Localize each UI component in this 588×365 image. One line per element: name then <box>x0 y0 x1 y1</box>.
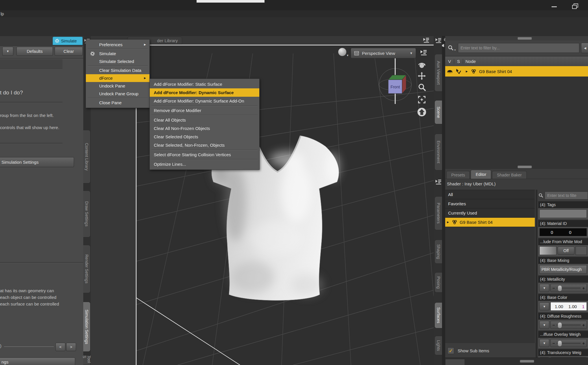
tab-posing[interactable]: Posing <box>434 272 442 293</box>
tab-shaping[interactable]: Shaping <box>434 240 442 264</box>
menu-item-preferences[interactable]: Preferences ► <box>86 41 149 49</box>
selectable-cursor-icon[interactable] <box>456 68 461 74</box>
minus-icon[interactable]: − <box>552 341 555 346</box>
tab-parameters[interactable]: Parameters <box>434 196 442 230</box>
white-mode-swatch[interactable] <box>539 246 556 255</box>
slider-knob[interactable] <box>558 322 562 328</box>
zoom-camera-icon[interactable] <box>417 83 427 92</box>
tab-editor[interactable]: Editor <box>471 170 491 179</box>
tab-presets[interactable]: Presets <box>446 171 470 179</box>
scroll-handle[interactable] <box>517 37 532 40</box>
menu-item-help-fragment[interactable]: lp <box>1 11 4 16</box>
overlay-weight-slider[interactable]: − + <box>550 339 587 347</box>
params-filter-input[interactable] <box>545 191 588 200</box>
menu-item-simulate[interactable]: Simulate <box>86 50 149 57</box>
scene-node-row-selected[interactable]: ► G9 Base Shirt 04 <box>445 66 588 77</box>
viewport-options-menu-icon[interactable] <box>420 49 427 56</box>
diffuse-roughness-slider[interactable]: − + <box>550 321 587 329</box>
diffuse-roughness-dropdown-button[interactable]: ▼ <box>539 321 549 329</box>
restore-button[interactable] <box>570 2 580 9</box>
submenu-item-clear-selected-objects[interactable]: Clear Selected Objects <box>150 133 259 141</box>
next-frame-button[interactable]: > <box>66 343 76 351</box>
view-selector[interactable]: Perspective View ▼ <box>351 48 416 58</box>
draw-style-sphere[interactable] <box>338 48 346 56</box>
filter-dropdown-icon[interactable]: ▼ <box>454 49 456 51</box>
submenu-item-add-static-surface[interactable]: Add dForce Modifier: Static Surface <box>150 80 259 88</box>
bottom-left-button[interactable] <box>445 359 465 365</box>
tab-aux-viewport[interactable]: Aux Viewport <box>434 54 442 92</box>
slider-knob[interactable] <box>558 340 562 347</box>
column-visible[interactable]: V <box>445 59 454 64</box>
tab-simulation-settings[interactable]: Simulation Settings <box>83 302 90 352</box>
pan-camera-icon[interactable] <box>417 72 426 80</box>
submenu-item-optimize-lines[interactable]: Optimize Lines... <box>150 160 259 168</box>
base-color-field[interactable]: 1.00 1.00 1 <box>550 302 587 311</box>
menu-item-simulate-selected[interactable]: Simulate Selected <box>86 57 149 65</box>
minimize-button[interactable] <box>549 3 559 9</box>
tab-shader-baker[interactable]: Shader Baker <box>492 171 527 179</box>
submenu-item-clear-all-non-frozen[interactable]: Clear All Non-Frozen Objects <box>150 124 259 133</box>
base-color-dropdown-button[interactable]: ▼ <box>539 302 549 310</box>
timeline-track[interactable] <box>4 347 54 347</box>
scroll-handle-bottom[interactable] <box>517 165 532 168</box>
tab-environment[interactable]: Environment <box>434 134 442 170</box>
white-mode-off-button[interactable]: Off <box>558 247 575 255</box>
submenu-item-clear-selected-non-frozen[interactable]: Clear Selected, Non-Frozen, Objects <box>150 141 259 149</box>
submenu-item-add-dynamic-surface[interactable]: Add dForce Modifier: Dynamic Surface <box>150 88 259 97</box>
submenu-item-add-dynamic-surface-addon[interactable]: Add dForce Modifier: Dynamic Surface Add… <box>150 97 259 105</box>
draw-style-dropdown-icon[interactable]: ▼ <box>346 54 349 57</box>
tab-draw-settings[interactable]: Draw Settings <box>83 191 90 237</box>
submenu-item-select-starting-collision-vertices[interactable]: Select dForce Starting Collision Vertice… <box>150 150 259 159</box>
filter-back-button[interactable]: ◄ <box>581 43 588 53</box>
list-item-currently-used[interactable]: Currently Used <box>445 208 535 218</box>
presets-dropdown-button[interactable]: ▼ <box>2 47 13 56</box>
tab-render-settings[interactable]: Render Settings <box>83 245 90 293</box>
tab-scene[interactable]: Scene <box>434 100 442 124</box>
tab-lights[interactable]: Lights <box>434 336 442 355</box>
plus-icon[interactable]: + <box>582 286 585 290</box>
defaults-button[interactable]: Defaults <box>16 47 53 56</box>
material-id-field[interactable]: 0 0 <box>539 228 587 236</box>
column-selectable[interactable]: S <box>454 59 463 64</box>
list-item-selected-node[interactable]: ► G9 Base Shirt 04 <box>445 218 535 227</box>
filter-search-icon[interactable] <box>538 193 543 198</box>
tab-tool-settings[interactable]: Tool S <box>83 355 90 365</box>
plus-icon[interactable]: + <box>582 323 585 327</box>
clear-button[interactable]: Clear <box>55 47 83 56</box>
simulation-settings-button[interactable]: Simulation Settings <box>0 157 74 167</box>
plus-icon[interactable]: + <box>582 341 585 346</box>
menu-item-clear-simulation-data[interactable]: Clear Simulation Data <box>86 66 149 74</box>
white-mode-extra[interactable] <box>576 246 587 255</box>
slider-knob[interactable] <box>558 285 562 291</box>
right-strip-pane-menu-icon[interactable] <box>435 37 442 44</box>
simulate-tab-button[interactable]: Simulate <box>53 37 83 45</box>
overlay-weight-dropdown-button[interactable]: ▼ <box>539 339 549 347</box>
bottom-scroll-handle[interactable] <box>520 360 534 363</box>
tags-field[interactable] <box>539 209 587 218</box>
panel-splitter[interactable] <box>536 190 537 361</box>
expand-arrow-icon[interactable]: ► <box>465 70 468 73</box>
minus-icon[interactable]: − <box>552 323 555 327</box>
menu-item-dforce[interactable]: dForce ► <box>86 74 149 82</box>
show-sub-items-row[interactable]: ✓ Show Sub Items <box>448 347 489 354</box>
frame-camera-icon[interactable] <box>417 95 426 104</box>
menu-item-undock-pane[interactable]: Undock Pane <box>86 82 149 90</box>
lower-group-pane-menu-icon[interactable] <box>435 178 442 185</box>
metallicity-dropdown-button[interactable]: ▼ <box>539 284 549 292</box>
base-mixing-select[interactable]: PBR Metallicity/Rough <box>539 265 587 274</box>
tab-surfaces[interactable]: Surfaces <box>434 302 442 328</box>
visibility-eye-icon[interactable] <box>447 68 453 75</box>
viewport-pane-menu-icon[interactable] <box>423 37 430 44</box>
menu-item-undock-pane-group[interactable]: Undock Pane Group <box>86 90 149 98</box>
menu-item-close-pane[interactable]: Close Pane <box>86 99 149 107</box>
tab-content-library[interactable]: Content Library <box>83 130 90 183</box>
list-item-all[interactable]: All <box>445 190 535 199</box>
list-item-favorites[interactable]: Favorites <box>445 199 535 208</box>
show-sub-items-checkbox[interactable]: ✓ <box>448 347 454 354</box>
scene-filter-input[interactable] <box>458 43 579 53</box>
expand-arrow-icon[interactable]: ► <box>446 218 450 227</box>
metallicity-slider[interactable]: − + <box>550 284 587 292</box>
orbit-camera-icon[interactable] <box>417 61 426 69</box>
prev-frame-button[interactable]: < <box>56 343 65 351</box>
submenu-item-clear-all-objects[interactable]: Clear All Objects <box>150 116 259 124</box>
